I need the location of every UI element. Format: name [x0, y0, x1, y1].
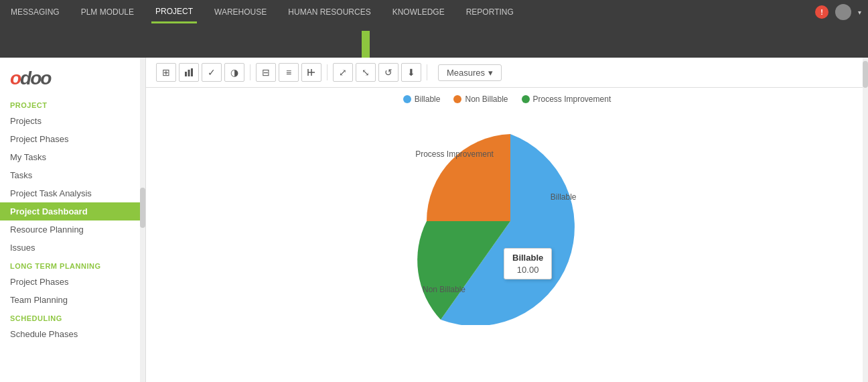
chart-toolbar: ⊞ ✓ ◑ ⊟ ≡ ⤢ ⤡	[146, 58, 868, 88]
legend-dot-process	[522, 95, 530, 103]
alert-icon[interactable]: !	[815, 5, 828, 19]
cursor-icon: ↖	[518, 263, 526, 275]
nav-item-plm[interactable]: PLM MODULE	[77, 2, 138, 22]
nav-item-project[interactable]: PROJECT	[151, 1, 197, 23]
list-button[interactable]: ≡	[279, 63, 299, 82]
sidebar-item-issues[interactable]: Issues	[0, 239, 145, 257]
toolbar-sep-2	[327, 64, 328, 80]
measures-label: Measures	[447, 68, 485, 78]
measures-arrow-icon: ▾	[488, 68, 493, 78]
right-scrollbar[interactable]	[863, 58, 868, 382]
pie-chart-svg	[386, 117, 628, 325]
nav-item-warehouse[interactable]: WAREHOUSE	[210, 2, 271, 22]
content-area: ⊞ ✓ ◑ ⊟ ≡ ⤢ ⤡	[146, 58, 868, 382]
dropdown-arrow-icon[interactable]: ▾	[858, 9, 861, 16]
fullscreen-button[interactable]: ⤡	[356, 63, 376, 82]
odoo-logo: odoo	[10, 68, 50, 89]
top-navigation: MESSAGING PLM MODULE PROJECT WAREHOUSE H…	[0, 0, 868, 24]
sidebar-item-project-phases[interactable]: Project Phases	[0, 130, 145, 148]
sidebar-item-schedule-phases[interactable]: Schedule Phases	[0, 325, 145, 343]
nav-item-knowledge[interactable]: KNOWLEDGE	[388, 2, 449, 22]
pie-slice-non-billable	[427, 134, 510, 221]
legend-label-billable: Billable	[415, 94, 441, 104]
header-bar	[0, 24, 868, 58]
svg-rect-1	[188, 70, 190, 76]
table-button[interactable]: ⊟	[256, 63, 276, 82]
header-green-tab	[362, 31, 370, 58]
svg-rect-0	[185, 72, 187, 76]
sidebar-section-long-term: LONG TERM PLANNING	[0, 257, 145, 273]
expand-button[interactable]: ⤢	[333, 63, 353, 82]
sidebar-item-projects[interactable]: Projects	[0, 112, 145, 130]
svg-rect-2	[191, 68, 193, 76]
measures-button[interactable]: Measures ▾	[438, 64, 502, 81]
sidebar-item-resource-planning[interactable]: Resource Planning	[0, 220, 145, 239]
circle-button[interactable]: ◑	[224, 63, 244, 82]
nav-item-reporting[interactable]: REPORTING	[462, 2, 518, 22]
nav-item-messaging[interactable]: MESSAGING	[7, 2, 64, 22]
legend-dot-billable	[403, 95, 411, 103]
download-button[interactable]: ⬇	[401, 63, 421, 82]
sidebar-section-project: PROJECT	[0, 96, 145, 112]
chart-legend: Billable Non Billable Process Improvemen…	[403, 94, 611, 104]
sidebar-scrollbar[interactable]	[140, 58, 145, 382]
legend-label-non-billable: Non Billable	[465, 94, 508, 104]
bar-chart-button[interactable]	[179, 63, 199, 82]
sidebar-item-team-planning[interactable]: Team Planning	[0, 291, 145, 309]
right-scroll-thumb[interactable]	[863, 61, 868, 88]
chart-area: Billable Non Billable Process Improvemen…	[146, 88, 868, 382]
user-avatar[interactable]	[835, 4, 851, 20]
sidebar-item-my-tasks[interactable]: My Tasks	[0, 148, 145, 166]
sidebar-item-dashboard[interactable]: Project Dashboard	[0, 202, 145, 220]
pie-chart-container: Billable Process Improvement Non Billabl…	[386, 117, 628, 332]
toolbar-sep-1	[250, 64, 250, 80]
main-layout: odoo PROJECT Projects Project Phases My …	[0, 58, 868, 382]
legend-label-process: Process Improvement	[533, 94, 611, 104]
sidebar: odoo PROJECT Projects Project Phases My …	[0, 58, 146, 382]
check-button[interactable]: ✓	[202, 63, 222, 82]
sidebar-item-task-analysis[interactable]: Project Task Analysis	[0, 184, 145, 202]
nav-right-actions: ! ▾	[815, 4, 861, 20]
grid-view-button[interactable]: ⊞	[156, 63, 176, 82]
legend-item-process: Process Improvement	[522, 94, 611, 104]
sidebar-item-project-phases-lt[interactable]: Project Phases	[0, 273, 145, 291]
legend-item-billable: Billable	[403, 94, 441, 104]
nav-item-hr[interactable]: HUMAN RESOURCES	[284, 2, 374, 22]
legend-item-non-billable: Non Billable	[453, 94, 508, 104]
pivot-button[interactable]	[301, 63, 321, 82]
sidebar-scroll-thumb[interactable]	[140, 188, 145, 228]
legend-dot-non-billable	[453, 95, 461, 103]
toolbar-sep-3	[427, 64, 427, 80]
sidebar-section-scheduling: SCHEDULING	[0, 309, 145, 325]
sidebar-item-tasks[interactable]: Tasks	[0, 166, 145, 184]
logo-area: odoo	[0, 58, 145, 96]
refresh-button[interactable]: ↺	[378, 63, 399, 82]
